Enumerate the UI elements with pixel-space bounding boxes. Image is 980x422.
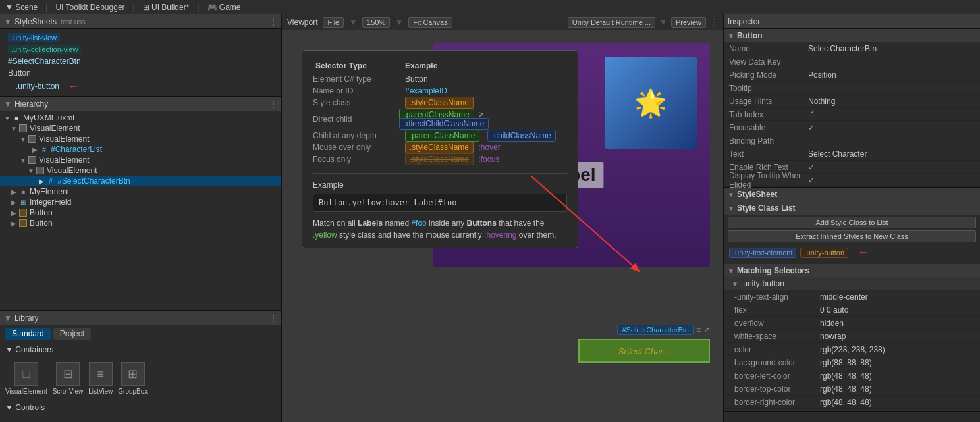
lib-item-scroll-view[interactable]: ⊟ ScrollView bbox=[53, 362, 84, 395]
library-menu-btn[interactable]: ⋮ bbox=[269, 313, 277, 323]
prop-value-text-align: middle-center bbox=[820, 292, 868, 302]
ss-unity-button-item[interactable]: .unity-button ← bbox=[0, 79, 281, 93]
row-label-hover: Mouse over only bbox=[313, 143, 405, 152]
preview-btn[interactable]: Preview bbox=[671, 17, 706, 28]
library-toggle[interactable]: ▼ bbox=[4, 313, 12, 323]
scene-menu[interactable]: ▼ Scene bbox=[5, 3, 38, 12]
lib-item-group-box[interactable]: ⊞ GroupBox bbox=[118, 362, 148, 395]
tree-item-myuxml[interactable]: ▼ ■ MyUXML.uxml bbox=[0, 113, 281, 123]
inspector-button-section-header[interactable]: ▼ Button bbox=[724, 29, 980, 42]
tree-item-ve3[interactable]: ▼ VisualElement bbox=[0, 155, 281, 165]
lib-label-visual-element: VisualElement bbox=[5, 388, 47, 395]
value-text[interactable]: Select Character bbox=[808, 149, 975, 159]
inspector-row-text: Text Select Character bbox=[724, 147, 980, 161]
prop-row-text-align: -unity-text-align middle-center bbox=[724, 290, 980, 303]
tree-item-btn2[interactable]: ▶ Button bbox=[0, 218, 281, 228]
stylesheets-toggle[interactable]: ▼ bbox=[4, 17, 12, 26]
value-focusable[interactable]: ✓ bbox=[808, 123, 975, 132]
tree-item-ve1[interactable]: ▼ VisualElement bbox=[0, 123, 281, 134]
hierarchy-menu-btn[interactable]: ⋮ bbox=[269, 99, 277, 109]
extract-inlined-btn[interactable]: Extract Inlined Styles to New Class bbox=[728, 230, 976, 242]
inspector-style-class-list-section: ▼ Style Class List Add Style Class to Li… bbox=[724, 201, 980, 261]
file-btn[interactable]: File bbox=[323, 17, 344, 28]
tree-item-btn1[interactable]: ▶ Button bbox=[0, 207, 281, 218]
ui-debugger-menu[interactable]: UI Toolkit Debugger bbox=[55, 3, 124, 12]
tree-item-myelement[interactable]: ▶ ■ MyElement bbox=[0, 186, 281, 197]
visual-element-icon: □ bbox=[14, 362, 38, 386]
row-example-directchild: .parentClassName > .directChildClassName bbox=[399, 110, 567, 128]
tree-item-ve4[interactable]: ▼ VisualElement bbox=[0, 165, 281, 176]
inspector-row-picking-mode: Picking Mode Position bbox=[724, 68, 980, 82]
button-section-title: Button bbox=[737, 31, 763, 40]
tree-label-charlist: #CharacterList bbox=[51, 145, 102, 154]
stylesheet-sec-title: StyleSheet bbox=[737, 190, 777, 199]
inspector-scl-header[interactable]: ▼ Style Class List bbox=[724, 201, 980, 215]
hierarchy-toggle[interactable]: ▼ bbox=[4, 99, 12, 109]
tab-standard[interactable]: Standard bbox=[5, 328, 51, 340]
prop-label-border-top: border-top-color bbox=[734, 384, 820, 394]
inspector-title: Inspector bbox=[728, 17, 760, 26]
tree-label-ve2: VisualElement bbox=[39, 134, 90, 144]
label-usage-hints: Usage Hints bbox=[729, 97, 808, 106]
tree-item-ve2[interactable]: ▼ VisualElement bbox=[0, 134, 281, 144]
value-picking[interactable]: Position bbox=[808, 70, 975, 80]
unity-text-element-chip[interactable]: .unity-text-element bbox=[729, 248, 796, 258]
tree-item-intfield[interactable]: ▶ ⊞ IntegerField bbox=[0, 197, 281, 207]
ss-select-char-label: #SelectCharacterBtn bbox=[8, 57, 81, 66]
value-name[interactable]: SelectCharacterBtn bbox=[808, 44, 975, 53]
inspector-row-usage-hints: Usage Hints Nothing bbox=[724, 95, 980, 108]
ex-buttons-bold: Buttons bbox=[466, 219, 496, 228]
matching-unity-button-header[interactable]: ▼ .unity-button bbox=[724, 277, 980, 290]
ss-tag-list-view: .unity-list-view bbox=[8, 33, 60, 42]
zoom-btn[interactable]: 150% bbox=[362, 17, 390, 28]
scl-sec-title: Style Class List bbox=[737, 203, 796, 213]
tree-item-select-char[interactable]: ▶ # #SelectCharacterBtn bbox=[0, 176, 281, 186]
tab-project[interactable]: Project bbox=[53, 328, 91, 340]
viewport-toolbar: Viewport File ▼ 150% ▼ Fit Canvas Unity … bbox=[282, 14, 723, 30]
my-element-icon: ■ bbox=[18, 187, 28, 196]
prop-value-border-left: rgb(48, 48, 48) bbox=[820, 371, 872, 381]
stylesheet-sec-arrow: ▼ bbox=[728, 191, 734, 198]
ss-item-unity-collection-view[interactable]: .unity-collection-view bbox=[0, 43, 281, 55]
unity-btn-sub-arrow: ▼ bbox=[732, 280, 738, 288]
hash-icon-charlist: # bbox=[40, 145, 49, 154]
row-label-directchild: Direct child bbox=[313, 115, 399, 124]
tree-label-myuxml: MyUXML.uxml bbox=[23, 113, 74, 122]
inspector-row-name: Name SelectCharacterBtn bbox=[724, 42, 980, 55]
prop-label-color: color bbox=[734, 345, 820, 354]
runtime-btn[interactable]: Unity Default Runtime ... bbox=[568, 17, 655, 28]
hierarchy-title: Hierarchy bbox=[14, 99, 48, 109]
prop-row-border-right: border-right-color rgb(48, 48, 48) bbox=[724, 396, 980, 409]
row-example-nameid: #exampleID bbox=[405, 86, 447, 95]
tree-label-myelement: MyElement bbox=[30, 187, 69, 196]
value-usage-hints[interactable]: Nothing bbox=[808, 97, 975, 106]
library-header: ▼ Library ⋮ bbox=[0, 311, 281, 325]
prop-value-color: rgb(238, 238, 238) bbox=[820, 345, 885, 354]
lib-item-list-view[interactable]: ≡ ListView bbox=[88, 362, 113, 395]
value-tab-index[interactable]: -1 bbox=[808, 110, 975, 119]
prop-value-bg-color: rgb(88, 88, 88) bbox=[820, 358, 872, 367]
game-menu[interactable]: 🎮 Game bbox=[207, 3, 241, 12]
ss-item-unity-list-view[interactable]: .unity-list-view bbox=[0, 32, 281, 43]
inspector-stylesheet-header[interactable]: ▼ StyleSheet bbox=[724, 188, 980, 201]
intfield-icon: ⊞ bbox=[18, 198, 28, 207]
select-char-chip-icon-2[interactable]: ↗ bbox=[703, 325, 710, 334]
inspector-matching-header[interactable]: ▼ Matching Selectors bbox=[724, 264, 980, 277]
value-rich-text[interactable]: ✓ bbox=[808, 163, 975, 172]
value-display-tooltip[interactable]: ✓ bbox=[808, 176, 975, 185]
ui-builder-menu[interactable]: ⊞ UI Builder* bbox=[143, 3, 190, 12]
ss-item-select-char-btn[interactable]: #SelectCharacterBtn bbox=[0, 55, 281, 67]
stylesheets-menu-btn[interactable]: ⋮ bbox=[269, 17, 277, 26]
add-style-class-btn[interactable]: Add Style Class to List bbox=[728, 217, 976, 228]
select-char-chip-icon-1[interactable]: ≡ bbox=[696, 325, 701, 334]
tree-item-charlist[interactable]: ▶ # #CharacterList bbox=[0, 144, 281, 155]
lib-item-visual-element[interactable]: □ VisualElement bbox=[5, 362, 47, 395]
unity-button-chip[interactable]: .unity-button bbox=[800, 248, 848, 258]
library-panel: ▼ Library ⋮ Standard Project ▼ Container… bbox=[0, 310, 281, 422]
row-label-focus: Focus only bbox=[313, 155, 405, 164]
select-char-btn-widget[interactable]: Select Char... bbox=[578, 339, 710, 363]
col-header-example: Example bbox=[405, 61, 567, 70]
ss-unity-btn-label: .unity-button bbox=[16, 82, 59, 91]
tree-arrow-myuxml: ▼ bbox=[3, 115, 12, 122]
fit-canvas-btn[interactable]: Fit Canvas bbox=[408, 17, 452, 28]
